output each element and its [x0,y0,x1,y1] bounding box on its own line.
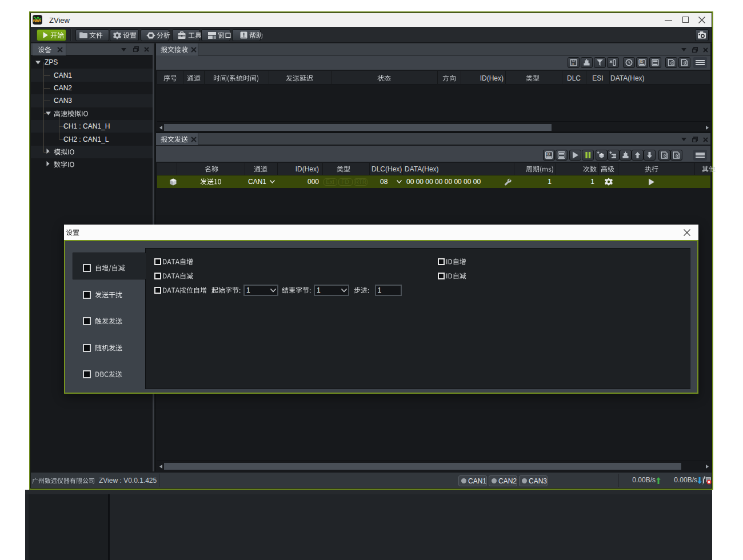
svg-text:ID: ID [546,152,550,156]
svg-text:o: o [572,62,574,66]
svg-text:ID: ID [640,59,644,63]
